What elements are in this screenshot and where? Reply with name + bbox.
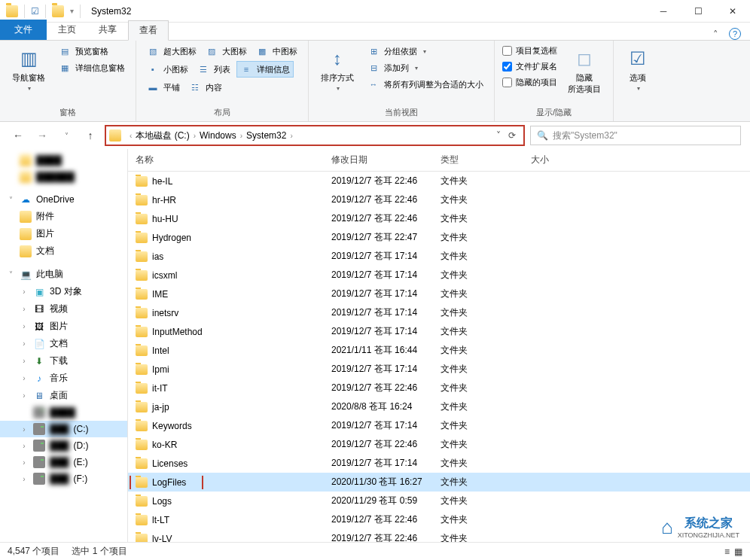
view-thumbnails-icon[interactable]: ▦ [734,546,742,557]
tree-videos[interactable]: ›🎞视频 [0,300,127,318]
file-row[interactable]: IME2019/12/7 苍耳 17:14文件夹 [128,285,750,303]
qat-folder-icon[interactable] [52,5,64,17]
file-type: 文件夹 [433,437,523,452]
folder-icon [136,515,148,525]
file-type: 文件夹 [433,267,523,283]
file-type: 文件夹 [433,418,523,434]
tree-desktop[interactable]: ›🖥桌面 [0,387,127,404]
folder-icon [136,534,148,543]
file-size [523,443,584,446]
file-row[interactable]: Keywords2019/12/7 苍耳 17:14文件夹 [128,416,750,435]
window-icon[interactable] [6,5,18,17]
recent-dropdown[interactable]: ˅ [57,126,75,145]
search-input[interactable]: 🔍 搜索"System32" [530,126,741,145]
item-checkboxes-toggle[interactable]: 项目复选框 [502,44,557,58]
tree-music[interactable]: ›♪音乐 [0,370,127,387]
back-button[interactable]: ← [9,126,27,145]
tab-file[interactable]: 文件 [0,20,47,40]
view-tiles-button[interactable]: ▬平铺 [144,80,183,95]
file-row[interactable]: hr-HR2019/12/7 苍耳 22:46文件夹 [128,190,750,209]
tree-pictures[interactable]: 图片 [0,225,127,242]
collapse-ribbon-button[interactable]: ˄ [713,29,718,40]
nav-tree[interactable]: ████ ██████ ˅☁OneDrive 附件 图片 文档 ˅💻此电脑 ›▣… [0,149,128,542]
view-xlarge-button[interactable]: ▧超大图标 [144,44,200,59]
tree-documents2[interactable]: ›📄文档 [0,335,127,352]
tree-thispc[interactable]: ˅💻此电脑 [0,266,127,283]
sortby-button[interactable]: ↕ 排序方式 ▾ [316,44,358,105]
col-date[interactable]: 修改日期 [324,149,433,171]
file-row[interactable]: lv-LV2019/12/7 苍耳 22:46文件夹 [128,529,750,542]
file-date: 2019/12/7 苍耳 17:14 [324,286,433,302]
col-type[interactable]: 类型 [433,149,523,171]
options-button[interactable]: ☑ 选项 ▾ [621,44,654,108]
tree-onedrive[interactable]: ˅☁OneDrive [0,191,127,208]
file-row[interactable]: LogFiles2020/11/30 苍耳 16:27文件夹 [128,473,750,492]
col-size[interactable]: 大小 [523,149,584,171]
tree-drive-c[interactable]: ›███(C:) [0,421,127,437]
qat-dropdown-icon[interactable]: ▾ [70,7,74,15]
minimize-button[interactable]: ─ [646,0,681,23]
tree-drive-e[interactable]: ›███(E:) [0,454,127,470]
folder-icon [136,345,148,356]
file-row[interactable]: hu-HU2019/12/7 苍耳 22:46文件夹 [128,209,750,228]
file-date: 2019/12/7 苍耳 22:46 [324,512,433,528]
groupby-button[interactable]: ⊞分组依据▾ [364,44,486,59]
tree-pictures2[interactable]: ›🖼图片 [0,318,127,335]
tree-attachments[interactable]: 附件 [0,208,127,225]
file-date: 2019/12/7 苍耳 22:47 [324,230,433,245]
hide-selected-button[interactable]: ◻ 隐藏 所选项目 [563,44,605,105]
file-row[interactable]: InputMethod2019/12/7 苍耳 17:14文件夹 [128,322,750,341]
tree-drive-d[interactable]: ›███(D:) [0,437,127,454]
maximize-button[interactable]: ☐ [681,0,715,23]
file-row[interactable]: lt-LT2019/12/7 苍耳 22:46文件夹 [128,510,750,529]
file-size [523,274,584,277]
breadcrumb-system32[interactable]: System32› [246,130,297,141]
view-list-button[interactable]: ☰列表 [194,61,233,78]
up-button[interactable]: ↑ [81,126,99,145]
refresh-button[interactable]: ⟳ [508,130,516,141]
file-row[interactable]: it-IT2019/12/7 苍耳 22:46文件夹 [128,379,750,397]
file-row[interactable]: ias2019/12/7 苍耳 17:14文件夹 [128,247,750,266]
file-row[interactable]: Licenses2019/12/7 苍耳 17:14文件夹 [128,454,750,473]
file-row[interactable]: inetsrv2019/12/7 苍耳 17:14文件夹 [128,303,750,322]
file-row[interactable]: Hydrogen2019/12/7 苍耳 22:47文件夹 [128,228,750,247]
close-button[interactable]: ✕ [715,0,750,23]
tree-3dobjects[interactable]: ›▣3D 对象 [0,283,127,300]
breadcrumb-c[interactable]: 本地磁盘 (C:)› [136,129,200,142]
view-details-icon[interactable]: ≡ [724,546,730,557]
breadcrumb-windows[interactable]: Windows› [200,130,246,141]
file-row[interactable]: ja-jp2020/8/8 苍耳 16:24文件夹 [128,397,750,416]
nav-pane-button[interactable]: ▥ 导航窗格 ▾ [8,44,50,105]
tree-documents[interactable]: 文档 [0,242,127,260]
file-row[interactable]: icsxml2019/12/7 苍耳 17:14文件夹 [128,266,750,285]
view-medium-button[interactable]: ▩中图标 [253,44,300,59]
col-name[interactable]: 名称 [128,149,324,171]
forward-button[interactable]: → [33,126,51,145]
tree-downloads[interactable]: ›⬇下载 [0,352,127,370]
file-row[interactable]: Logs2020/11/29 苍耳 0:59文件夹 [128,492,750,510]
view-details-button[interactable]: ≡详细信息 [236,61,294,78]
tab-view[interactable]: 查看 [128,20,169,41]
file-name: inetsrv [152,308,178,318]
view-small-button[interactable]: ▪小图标 [144,61,191,78]
file-row[interactable]: ko-KR2019/12/7 苍耳 22:46文件夹 [128,435,750,454]
tab-home[interactable]: 主页 [47,20,87,40]
help-button[interactable]: ? [729,28,741,40]
view-large-button[interactable]: ▨大图标 [203,44,250,59]
address-bar[interactable]: ‹ 本地磁盘 (C:)› Windows› System32› ˅ ⟳ [105,126,524,145]
file-row[interactable]: Ipmi2019/12/7 苍耳 17:14文件夹 [128,360,750,379]
view-content-button[interactable]: ☷内容 [186,80,225,95]
tab-share[interactable]: 共享 [87,20,128,40]
address-dropdown-icon[interactable]: ˅ [496,130,501,141]
file-row[interactable]: he-IL2019/12/7 苍耳 22:46文件夹 [128,172,750,190]
file-size [523,406,584,409]
tree-drive-f[interactable]: ›███(F:) [0,470,127,487]
hidden-items-toggle[interactable]: 隐藏的项目 [502,75,557,90]
preview-pane-button[interactable]: ▤预览窗格 [56,44,128,59]
file-extensions-toggle[interactable]: 文件扩展名 [502,59,557,74]
qat-check-icon[interactable]: ☑ [31,6,39,17]
addcols-button[interactable]: ⊟添加列▾ [364,60,486,75]
file-row[interactable]: Intel2021/1/11 苍耳 16:44文件夹 [128,341,750,360]
sizecols-button[interactable]: ↔将所有列调整为合适的大小 [364,77,486,92]
details-pane-button[interactable]: ▦详细信息窗格 [56,60,128,75]
